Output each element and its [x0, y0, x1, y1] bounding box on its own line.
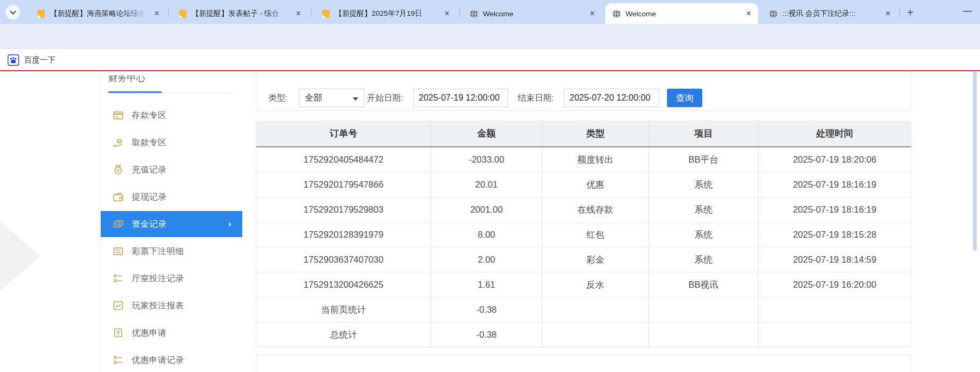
- tab-divider: [899, 8, 900, 17]
- sidebar-header-underline: [108, 91, 162, 93]
- order-id-cell: 1752920128391979: [256, 222, 431, 247]
- project-cell: 系统: [649, 247, 758, 272]
- stat-label-cell: 总统计: [256, 323, 431, 347]
- tab-close-icon[interactable]: ×: [587, 9, 597, 18]
- order-id-cell: 1752903637407030: [256, 247, 431, 272]
- sidebar-item-recharge-records[interactable]: 充值记录: [101, 158, 242, 182]
- column-header: 项目: [649, 121, 758, 146]
- tab-forum-1[interactable]: 【新提醒】海燕策略论坛综合 ×: [30, 3, 166, 24]
- tab-search-button[interactable]: [5, 5, 20, 20]
- sidebar-item-lottery-bet-details[interactable]: 彩票下注明细: [101, 239, 242, 263]
- sidebar-item-promo-apply-records[interactable]: 优惠申请记录: [101, 348, 242, 372]
- sidebar-item-label: 资金记录: [132, 219, 167, 230]
- stat-label-cell: 当前页统计: [256, 297, 431, 322]
- project-cell: BB平台: [649, 147, 758, 172]
- sidebar-item-label: 优惠申请记录: [132, 355, 184, 366]
- start-date-label: 开始日期:: [367, 89, 403, 107]
- search-button[interactable]: 查询: [667, 89, 702, 107]
- type-cell: [542, 323, 649, 347]
- tab-close-icon[interactable]: ×: [442, 9, 452, 18]
- type-cell: 反水: [542, 272, 649, 297]
- tab-title: Welcome: [483, 10, 584, 18]
- amount-cell: 1.61: [431, 272, 542, 297]
- tab-title: 【新提醒】2025年7月19日: [335, 9, 439, 18]
- type-cell: 额度转出: [542, 147, 649, 172]
- sidebar-menu: 财务中心 存款专区 取款专区 充值记录: [101, 71, 242, 372]
- sidebar-item-withdrawal-records[interactable]: 提现记录: [101, 185, 242, 209]
- coupon-icon: [113, 327, 124, 338]
- sidebar-item-label: 彩票下注明细: [132, 246, 184, 257]
- tab-divider: [460, 8, 460, 17]
- sidebar-item-fund-records[interactable]: 资金记录 ›: [101, 211, 242, 237]
- column-header: 处理时间: [758, 121, 911, 146]
- grid-list-icon: [113, 273, 124, 284]
- time-cell: 2025-07-19 18:20:06: [758, 147, 911, 172]
- column-header: 类型: [542, 121, 649, 146]
- table-row: 1752920179547866 20.01 优惠 系统 2025-07-19 …: [256, 172, 911, 197]
- new-tab-button[interactable]: +: [903, 5, 918, 21]
- chevron-down-icon: [10, 10, 16, 15]
- sidebar-item-hall-bet-records[interactable]: 厅室投注记录: [101, 266, 242, 290]
- bookmark-bar: 百度一下: [0, 49, 980, 70]
- table-row: 1752920179529803 2001.00 在线存款 系统 2025-07…: [256, 197, 911, 222]
- time-cell: [758, 297, 911, 322]
- type-select-value: 全部: [305, 93, 322, 102]
- type-cell: 彩金: [542, 247, 649, 272]
- page-scrollbar[interactable]: [973, 71, 977, 251]
- bank-card-icon: [113, 110, 124, 121]
- type-cell: 在线存款: [542, 197, 649, 222]
- sidebar-item-player-bet-report[interactable]: 玩家投注报表: [101, 294, 242, 318]
- time-cell: 2025-07-19 16:20:00: [758, 272, 911, 297]
- bookmark-baidu[interactable]: 百度一下: [8, 53, 56, 66]
- next-panel-partial: [256, 355, 911, 372]
- chevron-right-icon: ›: [228, 219, 231, 230]
- column-header: 订单号: [256, 121, 431, 146]
- table-row-page-total: 当前页统计 -0.38: [256, 297, 911, 323]
- sidebar-header-clipped: 财务中心: [108, 76, 174, 84]
- tab-title: 【新提醒】发表帖子 - 综合: [192, 9, 290, 18]
- records-table: 订单号 金额 类型 项目 处理时间 1752920405484472 -2033…: [256, 121, 911, 348]
- bookmark-label: 百度一下: [24, 55, 56, 65]
- tab-close-icon[interactable]: ×: [883, 9, 893, 18]
- tab-forum-3[interactable]: 【新提醒】2025年7月19日 ×: [315, 3, 456, 24]
- tab-betting-records[interactable]: :::视讯 会员下注纪录::: ×: [762, 3, 897, 24]
- type-cell: 优惠: [542, 172, 649, 197]
- tab-welcome-2-active[interactable]: Welcome ×: [605, 3, 758, 24]
- table-row: 1752903637407030 2.00 彩金 系统 2025-07-19 1…: [256, 247, 911, 272]
- end-date-label: 结束日期:: [518, 89, 554, 107]
- table-header-row: 订单号 金额 类型 项目 处理时间: [256, 121, 911, 147]
- globe-icon: [612, 9, 621, 18]
- amount-cell: 8.00: [431, 222, 542, 247]
- table-row: 1752913200426625 1.61 反水 BB视讯 2025-07-19…: [256, 272, 911, 297]
- filter-panel: 类型: 全部 开始日期: 结束日期: 查询: [256, 71, 911, 111]
- sidebar-item-label: 充值记录: [132, 164, 167, 176]
- tab-title: Welcome: [626, 10, 740, 18]
- order-id-cell: 1752920179547866: [256, 172, 431, 197]
- globe-icon: [769, 9, 778, 18]
- end-date-input[interactable]: [564, 89, 659, 107]
- window-minimize-button[interactable]: —: [959, 3, 976, 20]
- money-bag-icon: [113, 164, 124, 175]
- project-cell: [649, 323, 758, 347]
- tab-close-icon[interactable]: ×: [744, 9, 754, 18]
- tab-close-icon[interactable]: ×: [152, 9, 162, 18]
- start-date-input[interactable]: [413, 89, 508, 107]
- tab-divider: [311, 8, 311, 17]
- note-icon: [36, 9, 46, 18]
- sidebar-item-withdraw[interactable]: 取款专区: [101, 131, 242, 154]
- sidebar-item-promo-apply[interactable]: 优惠申请: [101, 321, 242, 345]
- sidebar-left-border: [100, 71, 100, 372]
- tab-title: 【新提醒】海燕策略论坛综合: [50, 9, 149, 18]
- tab-welcome-1[interactable]: Welcome ×: [463, 3, 602, 24]
- tab-forum-2[interactable]: 【新提醒】发表帖子 - 综合 ×: [171, 3, 308, 24]
- type-select[interactable]: 全部: [299, 89, 364, 107]
- order-id-cell: 1752920179529803: [256, 197, 431, 222]
- sidebar-item-deposit[interactable]: 存款专区: [101, 103, 242, 127]
- tab-close-icon[interactable]: ×: [293, 9, 303, 18]
- type-filter-label: 类型:: [268, 89, 287, 107]
- amount-cell: -2033.00: [431, 147, 542, 172]
- time-cell: 2025-07-19 18:15:28: [758, 222, 911, 247]
- project-cell: 系统: [649, 222, 758, 247]
- sidebar-header-text: 财务中心: [108, 76, 174, 84]
- globe-icon: [469, 9, 479, 18]
